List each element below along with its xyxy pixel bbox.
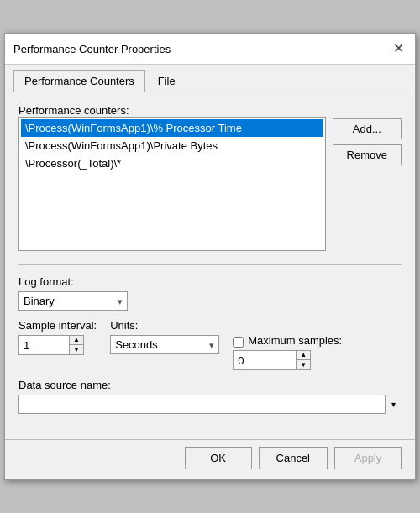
tab-bar: Performance Counters File bbox=[5, 65, 415, 92]
max-samples-field: Maximum samples: ▲ ▼ bbox=[233, 319, 342, 370]
max-samples-spinner: ▲ ▼ bbox=[233, 350, 342, 370]
data-source-field: Data source name: ▾ bbox=[18, 379, 402, 414]
max-samples-up[interactable]: ▲ bbox=[297, 351, 310, 360]
list-item[interactable]: \Processor(_Total)\* bbox=[21, 154, 323, 172]
sample-interval-field: Sample interval: ▲ ▼ bbox=[18, 319, 97, 355]
max-samples-checkbox[interactable] bbox=[233, 337, 244, 348]
max-samples-label: Maximum samples: bbox=[248, 334, 342, 347]
units-field: Units: Seconds Minutes Hours Days bbox=[110, 319, 219, 354]
main-content: Performance counters: \Process(WinFormsA… bbox=[5, 92, 415, 439]
title-bar: Performance Counter Properties ✕ bbox=[5, 34, 415, 65]
inline-fields-row: Sample interval: ▲ ▼ Units: Seconds Minu… bbox=[18, 319, 402, 370]
footer: OK Cancel Apply bbox=[5, 439, 415, 479]
divider bbox=[18, 264, 402, 265]
counters-label: Performance counters: bbox=[18, 104, 129, 117]
sample-interval-up[interactable]: ▲ bbox=[70, 336, 83, 345]
list-item[interactable]: \Process(WinFormsApp1)\% Processor Time bbox=[21, 119, 323, 137]
counters-section: Performance counters: \Process(WinFormsA… bbox=[18, 104, 402, 251]
counters-area: \Process(WinFormsApp1)\% Processor Time … bbox=[18, 117, 402, 251]
log-format-field: Log format: Binary Text (CSV) SQL bbox=[18, 275, 402, 311]
units-select[interactable]: Seconds Minutes Hours Days bbox=[110, 335, 219, 354]
max-samples-checkbox-row: Maximum samples: bbox=[233, 319, 342, 350]
remove-button[interactable]: Remove bbox=[333, 144, 402, 165]
tab-file[interactable]: File bbox=[147, 70, 186, 92]
counter-list[interactable]: \Process(WinFormsApp1)\% Processor Time … bbox=[18, 117, 326, 251]
apply-button[interactable]: Apply bbox=[334, 447, 402, 469]
counter-buttons: Add... Remove bbox=[333, 117, 402, 251]
log-format-select-wrapper: Binary Text (CSV) SQL bbox=[18, 291, 128, 311]
max-samples-down[interactable]: ▼ bbox=[297, 360, 310, 369]
tab-performance-counters[interactable]: Performance Counters bbox=[13, 70, 145, 92]
cancel-button[interactable]: Cancel bbox=[259, 447, 328, 469]
sample-interval-label: Sample interval: bbox=[18, 319, 97, 332]
data-source-label: Data source name: bbox=[18, 379, 402, 391]
sample-interval-buttons: ▲ ▼ bbox=[69, 335, 84, 355]
dialog-title: Performance Counter Properties bbox=[13, 43, 171, 55]
dialog: Performance Counter Properties ✕ Perform… bbox=[4, 33, 416, 480]
units-label: Units: bbox=[110, 319, 219, 332]
sample-interval-input[interactable] bbox=[18, 335, 69, 355]
max-samples-input[interactable] bbox=[233, 350, 296, 370]
log-format-select[interactable]: Binary Text (CSV) SQL bbox=[18, 291, 128, 311]
data-source-input[interactable] bbox=[18, 395, 402, 414]
close-button[interactable]: ✕ bbox=[390, 40, 407, 57]
sample-interval-spinner: ▲ ▼ bbox=[18, 335, 97, 355]
sample-interval-down[interactable]: ▼ bbox=[70, 345, 83, 354]
log-format-label: Log format: bbox=[18, 275, 402, 288]
data-source-input-wrapper: ▾ bbox=[18, 395, 402, 414]
add-button[interactable]: Add... bbox=[333, 118, 402, 139]
list-item[interactable]: \Process(WinFormsApp1)\Private Bytes bbox=[21, 137, 323, 154]
data-source-dropdown-arrow[interactable]: ▾ bbox=[385, 395, 402, 414]
ok-button[interactable]: OK bbox=[185, 447, 252, 469]
max-samples-buttons: ▲ ▼ bbox=[296, 350, 311, 370]
units-select-wrapper: Seconds Minutes Hours Days bbox=[110, 335, 219, 354]
